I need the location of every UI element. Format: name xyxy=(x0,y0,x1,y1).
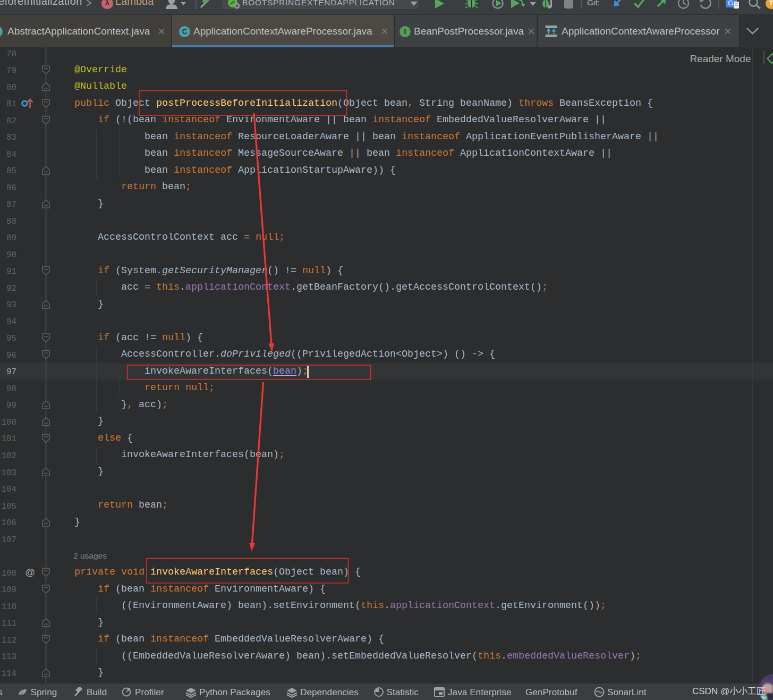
svg-text:G: G xyxy=(728,0,733,7)
